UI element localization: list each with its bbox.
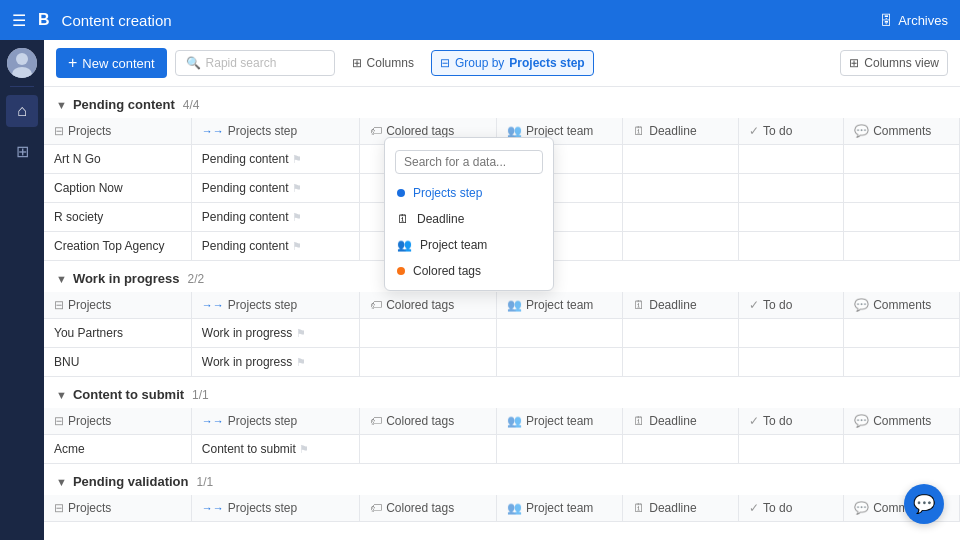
cell-project: Art N Go xyxy=(44,145,191,174)
cell-deadline xyxy=(623,435,739,464)
chat-bubble-button[interactable]: 💬 xyxy=(904,484,944,524)
chevron-icon[interactable]: ▼ xyxy=(56,476,67,488)
section-submit: ▼ Content to submit 1/1 ⊟Projects →→Proj… xyxy=(44,377,960,464)
cell-todo xyxy=(738,232,843,261)
th-projects: ⊟Projects xyxy=(44,408,191,435)
sidebar: ⌂ ⊞ xyxy=(0,40,44,540)
cell-todo xyxy=(738,203,843,232)
cell-deadline xyxy=(623,145,739,174)
cell-step: Pending content ⚑ xyxy=(191,203,359,232)
th-deadline: 🗓Deadline xyxy=(623,118,739,145)
group-by-label: Group by xyxy=(455,56,504,70)
svg-point-1 xyxy=(16,53,28,65)
table-wip: ⊟Projects →→Projects step 🏷Colored tags … xyxy=(44,292,960,377)
archives-label: Archives xyxy=(898,13,948,28)
columns-button[interactable]: ⊞ Columns xyxy=(343,50,423,76)
cell-deadline xyxy=(623,203,739,232)
table-row: BNU Work in progress ⚑ xyxy=(44,348,960,377)
th-comments: 💬Comments xyxy=(844,408,960,435)
table-row: Acme Content to submit ⚑ xyxy=(44,435,960,464)
cell-project: Caption Now xyxy=(44,174,191,203)
th-team: 👥Project team xyxy=(496,292,622,319)
toolbar: New content 🔍 Rapid search ⊞ Columns ⊟ G… xyxy=(44,40,960,87)
dropdown-item-project-team[interactable]: 👥 Project team xyxy=(385,232,553,258)
cell-comments xyxy=(844,145,960,174)
cell-deadline xyxy=(623,319,739,348)
dot-orange-icon xyxy=(397,267,405,275)
th-tags: 🏷Colored tags xyxy=(360,408,497,435)
th-todo: ✓To do xyxy=(738,292,843,319)
columns-icon: ⊞ xyxy=(352,56,362,70)
cell-step: Pending content ⚑ xyxy=(191,232,359,261)
th-deadline: 🗓Deadline xyxy=(623,495,739,522)
chevron-icon[interactable]: ▼ xyxy=(56,99,67,111)
group-by-button[interactable]: ⊟ Group by Projects step xyxy=(431,50,594,76)
section-title-submit: Content to submit xyxy=(73,387,184,402)
dropdown-item-label: Deadline xyxy=(417,212,464,226)
cell-step: Pending content ⚑ xyxy=(191,174,359,203)
th-projects: ⊟Projects xyxy=(44,292,191,319)
th-deadline: 🗓Deadline xyxy=(623,408,739,435)
team-icon: 👥 xyxy=(397,238,412,252)
cell-project: Creation Top Agency xyxy=(44,232,191,261)
topbar: ☰ B Content creation 🗄 Archives xyxy=(0,0,960,40)
dropdown-search-input[interactable] xyxy=(395,150,543,174)
table-submit: ⊟Projects →→Projects step 🏷Colored tags … xyxy=(44,408,960,464)
cell-comments xyxy=(844,348,960,377)
dot-blue-icon xyxy=(397,189,405,197)
th-step: →→Projects step xyxy=(191,408,359,435)
th-tags: 🏷Colored tags xyxy=(360,495,497,522)
main-area: New content 🔍 Rapid search ⊞ Columns ⊟ G… xyxy=(44,40,960,540)
section-title-wip: Work in progress xyxy=(73,271,180,286)
chevron-icon[interactable]: ▼ xyxy=(56,389,67,401)
table-header-row: ⊟Projects →→Projects step 🏷Colored tags … xyxy=(44,408,960,435)
chevron-icon[interactable]: ▼ xyxy=(56,273,67,285)
th-tags: 🏷Colored tags xyxy=(360,292,497,319)
cell-todo xyxy=(738,174,843,203)
avatar[interactable] xyxy=(7,48,37,78)
section-title-pending: Pending content xyxy=(73,97,175,112)
cell-todo xyxy=(738,319,843,348)
cell-step: Pending content ⚑ xyxy=(191,145,359,174)
group-by-value: Projects step xyxy=(509,56,584,70)
section-title-validation: Pending validation xyxy=(73,474,189,489)
table-header-row: ⊟Projects →→Projects step 🏷Colored tags … xyxy=(44,495,960,522)
hamburger-icon[interactable]: ☰ xyxy=(12,11,26,30)
th-projects: ⊟Projects xyxy=(44,495,191,522)
new-content-button[interactable]: New content xyxy=(56,48,167,78)
sidebar-item-home[interactable]: ⌂ xyxy=(6,95,38,127)
section-header-validation: ▼ Pending validation 1/1 xyxy=(44,464,960,495)
cell-team xyxy=(496,348,622,377)
cell-project: You Partners xyxy=(44,319,191,348)
dropdown-item-colored-tags[interactable]: Colored tags xyxy=(385,258,553,284)
cell-team xyxy=(496,435,622,464)
columns-view-button[interactable]: ⊞ Columns view xyxy=(840,50,948,76)
sidebar-item-grid[interactable]: ⊞ xyxy=(6,135,38,167)
dropdown-item-projects-step[interactable]: Projects step xyxy=(385,180,553,206)
section-count-validation: 1/1 xyxy=(196,475,213,489)
cell-team xyxy=(496,319,622,348)
columns-view-icon: ⊞ xyxy=(849,56,859,70)
th-team: 👥Project team xyxy=(496,495,622,522)
cell-project: R society xyxy=(44,203,191,232)
cell-step: Work in progress ⚑ xyxy=(191,319,359,348)
th-step: →→Projects step xyxy=(191,118,359,145)
section-header-submit: ▼ Content to submit 1/1 xyxy=(44,377,960,408)
th-todo: ✓To do xyxy=(738,495,843,522)
search-icon: 🔍 xyxy=(186,56,201,70)
cell-comments xyxy=(844,203,960,232)
group-by-dropdown: Projects step 🗓 Deadline 👥 Project team … xyxy=(384,137,554,291)
archives-button[interactable]: 🗄 Archives xyxy=(880,13,948,28)
cell-todo xyxy=(738,348,843,377)
section-validation: ▼ Pending validation 1/1 ⊟Projects →→Pro… xyxy=(44,464,960,522)
archives-icon: 🗄 xyxy=(880,13,893,28)
dropdown-item-deadline[interactable]: 🗓 Deadline xyxy=(385,206,553,232)
search-box[interactable]: 🔍 Rapid search xyxy=(175,50,335,76)
cell-comments xyxy=(844,435,960,464)
section-count-wip: 2/2 xyxy=(188,272,205,286)
th-step: →→Projects step xyxy=(191,495,359,522)
table-header-row: ⊟Projects →→Projects step 🏷Colored tags … xyxy=(44,292,960,319)
dropdown-item-label: Project team xyxy=(420,238,487,252)
section-count-pending: 4/4 xyxy=(183,98,200,112)
dropdown-search[interactable] xyxy=(385,144,553,180)
